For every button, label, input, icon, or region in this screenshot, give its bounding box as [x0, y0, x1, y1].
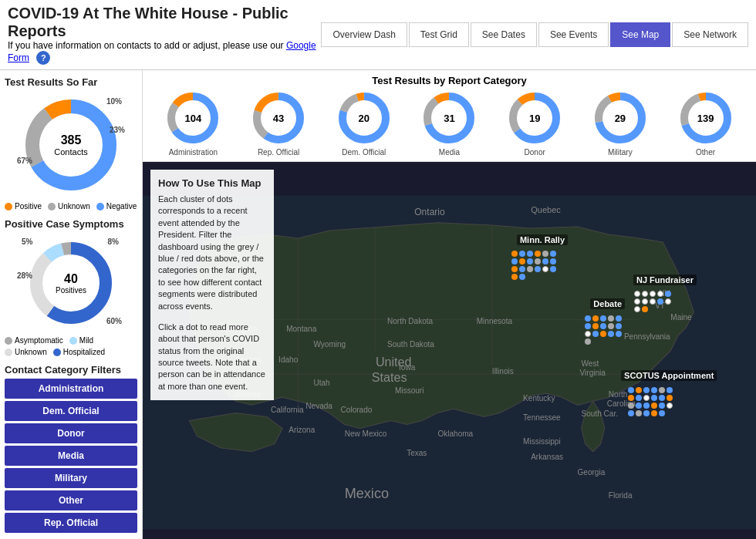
dot[interactable] [600, 315, 606, 322]
dot[interactable] [642, 291, 648, 297]
dot[interactable] [665, 291, 671, 297]
dot[interactable] [616, 315, 622, 322]
dot[interactable] [651, 403, 657, 409]
dot[interactable] [659, 395, 665, 401]
dot[interactable] [634, 306, 640, 312]
dot[interactable] [585, 323, 591, 329]
dot[interactable] [592, 331, 599, 337]
dot[interactable] [628, 410, 634, 416]
filter-administration[interactable]: Administration [5, 379, 137, 399]
dot[interactable] [659, 387, 665, 393]
dot[interactable] [650, 298, 656, 305]
dot[interactable] [535, 266, 541, 272]
event-label-minn-rally: Minn. Rally [517, 234, 568, 245]
charts-row-title: Test Results by Report Category [150, 75, 748, 86]
filter-rep-official[interactable]: Rep. Official [5, 513, 137, 533]
dot[interactable] [642, 306, 648, 312]
map-container[interactable]: Mexico United States Ontario Quebec Wash… [143, 162, 756, 539]
dot[interactable] [527, 266, 533, 272]
cluster-minn-rally[interactable] [511, 250, 557, 281]
dot[interactable] [643, 403, 650, 409]
dot[interactable] [659, 403, 665, 409]
pct-mild: 8% [108, 237, 119, 246]
dot[interactable] [651, 387, 657, 393]
dot[interactable] [535, 258, 541, 264]
dot[interactable] [650, 291, 656, 297]
dot[interactable] [542, 266, 548, 272]
dot[interactable] [600, 323, 606, 329]
dot[interactable] [665, 298, 671, 305]
dot[interactable] [535, 251, 541, 257]
dot[interactable] [636, 403, 642, 409]
dot[interactable] [616, 331, 622, 337]
nav-tab-see-network[interactable]: See Network [672, 22, 748, 47]
filter-other[interactable]: Other [5, 490, 137, 510]
dot[interactable] [634, 298, 640, 305]
nav-tab-see-map[interactable]: See Map [610, 22, 670, 47]
dot[interactable] [519, 251, 525, 257]
cluster-scotus[interactable] [627, 386, 677, 417]
dot[interactable] [592, 323, 599, 329]
nav-tab-test-grid[interactable]: Test Grid [409, 22, 469, 47]
svg-text:Ontario: Ontario [414, 207, 445, 217]
dot[interactable] [657, 298, 663, 305]
svg-text:New Mexico: New Mexico [345, 430, 387, 438]
dot[interactable] [600, 331, 606, 337]
dot[interactable] [550, 266, 556, 272]
dot[interactable] [527, 258, 533, 264]
dot[interactable] [667, 387, 673, 393]
dot[interactable] [636, 410, 642, 416]
pct-asymptomatic: 5% [22, 237, 32, 246]
filter-donor[interactable]: Donor [5, 423, 137, 443]
svg-text:Florida: Florida [609, 491, 633, 500]
dot[interactable] [585, 331, 591, 337]
svg-text:Iowa: Iowa [399, 363, 416, 372]
nav-tab-see-events[interactable]: See Events [538, 22, 609, 47]
dot[interactable] [642, 298, 648, 305]
dot[interactable] [511, 266, 518, 272]
cluster-nj-fundraiser[interactable] [633, 290, 676, 313]
dot[interactable] [550, 251, 556, 257]
dot[interactable] [519, 266, 525, 272]
filter-media[interactable]: Media [5, 446, 137, 466]
dot[interactable] [511, 251, 518, 257]
dot[interactable] [636, 387, 642, 393]
dot[interactable] [634, 291, 640, 297]
positive-label: Positive [15, 202, 42, 211]
dot[interactable] [585, 315, 591, 322]
dot[interactable] [519, 258, 525, 264]
dot[interactable] [542, 251, 548, 257]
dot[interactable] [659, 410, 665, 416]
dot[interactable] [643, 395, 650, 401]
filter-dem-official[interactable]: Dem. Official [5, 401, 137, 421]
dot[interactable] [667, 403, 673, 409]
dot[interactable] [519, 274, 525, 280]
dot[interactable] [542, 258, 548, 264]
dot[interactable] [628, 403, 634, 409]
dot[interactable] [550, 258, 556, 264]
filter-military[interactable]: Military [5, 468, 137, 488]
nav-tab-overview-dash[interactable]: Overview Dash [321, 22, 407, 47]
cluster-debate[interactable] [584, 315, 626, 345]
dot[interactable] [511, 258, 518, 264]
dot[interactable] [608, 315, 614, 322]
dot[interactable] [616, 323, 622, 329]
dot[interactable] [608, 331, 614, 337]
dot[interactable] [643, 410, 650, 416]
media-label: Media [422, 148, 476, 157]
dot[interactable] [628, 387, 634, 393]
dot[interactable] [608, 323, 614, 329]
dot[interactable] [527, 251, 533, 257]
dot[interactable] [651, 410, 657, 416]
dot[interactable] [667, 395, 673, 401]
dot[interactable] [592, 315, 599, 322]
dot[interactable] [585, 339, 591, 345]
dot[interactable] [636, 395, 642, 401]
dot[interactable] [511, 274, 518, 280]
question-badge[interactable]: ? [36, 51, 50, 65]
dot[interactable] [657, 291, 663, 297]
nav-tab-see-dates[interactable]: See Dates [471, 22, 537, 47]
dot[interactable] [628, 395, 634, 401]
dot[interactable] [643, 387, 650, 393]
dot[interactable] [651, 395, 657, 401]
